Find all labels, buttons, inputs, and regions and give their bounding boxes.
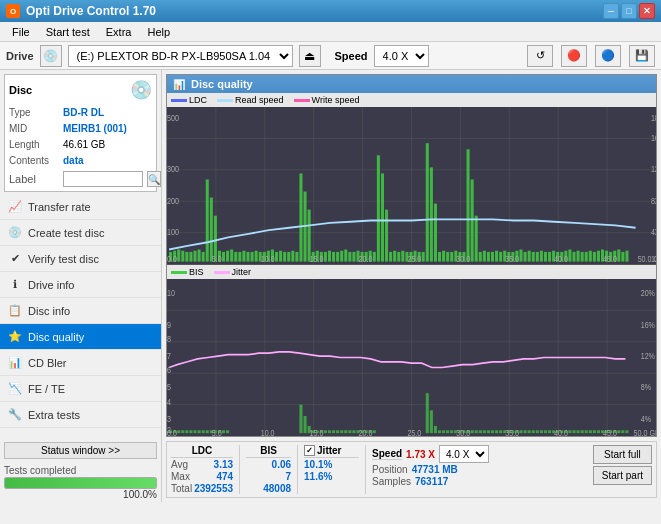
sidebar-label-disc-info: Disc info [28,305,70,317]
toolbar-btn-3[interactable]: 🔵 [595,45,621,67]
right-panel: 📊 Disc quality LDC [162,70,661,502]
speed-dropdown[interactable]: 4.0 X [439,445,489,463]
svg-rect-245 [625,430,628,433]
svg-rect-18 [185,252,188,262]
svg-rect-102 [528,251,531,262]
sidebar-item-create-test-disc[interactable]: 💿 Create test disc [0,220,161,246]
sidebar-item-transfer-rate[interactable]: 📈 Transfer rate [0,194,161,220]
sidebar-label-cd-bler: CD Bler [28,357,67,369]
bis-max-row: 7 [246,471,291,482]
toolbar-btn-2[interactable]: 🔴 [561,45,587,67]
svg-text:50.0 GB: 50.0 GB [634,427,656,436]
stats-bis-col: BIS 0.06 7 48008 [246,445,291,494]
progress-area: Tests completed 100.0% [4,465,157,500]
bottom-legend: BIS Jitter [167,265,656,279]
speed-header-row: Speed 1.73 X 4.0 X [372,445,489,463]
status-window-btn[interactable]: Status window >> [4,442,157,459]
samples-val: 763117 [415,476,448,487]
drive-icon-btn[interactable]: 💿 [40,45,62,67]
jitter-header: Jitter [317,445,341,456]
toolbar-btn-save[interactable]: 💾 [629,45,655,67]
svg-rect-164 [177,430,180,433]
chart-title-bar: 📊 Disc quality [167,75,656,93]
sidebar-item-fe-te[interactable]: 📉 FE / TE [0,376,161,402]
type-label: Type [9,105,59,121]
svg-text:10.0: 10.0 [261,254,275,264]
sidebar-item-cd-bler[interactable]: 📊 CD Bler [0,350,161,376]
svg-rect-57 [344,250,347,262]
extra-tests-icon: 🔧 [8,408,22,422]
legend-read-speed: Read speed [217,95,284,105]
action-buttons: Start full Start part [593,445,652,485]
svg-text:16%: 16% [641,318,655,330]
svg-text:20%: 20% [641,287,655,299]
sidebar-item-disc-quality[interactable]: ⭐ Disc quality [0,324,161,350]
sidebar-label-drive-info: Drive info [28,279,74,291]
close-button[interactable]: ✕ [639,3,655,19]
jitter-max-val: 11.6% [304,471,359,482]
svg-rect-16 [177,250,180,262]
svg-rect-55 [336,252,339,262]
bis-total-row: 48008 [246,483,291,494]
svg-text:0.0: 0.0 [167,427,177,436]
position-row: Position 47731 MB [372,464,489,475]
start-full-button[interactable]: Start full [593,445,652,464]
svg-rect-66 [381,173,384,261]
samples-row: Samples 763117 [372,476,489,487]
bis-color [171,271,187,274]
speed-select-drive[interactable]: 4.0 X [374,45,429,67]
menu-start-test[interactable]: Start test [38,24,98,40]
legend-bis: BIS [171,267,204,277]
max-label-ldc: Max [171,471,190,482]
sidebar-item-extra-tests[interactable]: 🔧 Extra tests [0,402,161,428]
svg-rect-214 [499,430,502,433]
svg-rect-29 [230,250,233,262]
svg-rect-70 [397,252,400,262]
sidebar-label-create-test-disc: Create test disc [28,227,104,239]
drive-select[interactable]: (E:) PLEXTOR BD-R PX-LB950SA 1.04 [68,45,293,67]
legend-jitter: Jitter [214,267,252,277]
jitter-checkbox[interactable]: ✓ [304,445,315,456]
toolbar-btn-1[interactable]: ↺ [527,45,553,67]
legend-write-speed: Write speed [294,95,360,105]
transfer-rate-icon: 📈 [8,200,22,214]
svg-rect-185 [332,430,335,433]
svg-text:8%: 8% [641,381,652,393]
menu-help[interactable]: Help [139,24,178,40]
svg-rect-168 [193,430,196,433]
svg-rect-20 [193,251,196,262]
menu-extra[interactable]: Extra [98,24,140,40]
label-search-btn[interactable]: 🔍 [147,171,161,187]
ldc-color [171,99,187,102]
svg-rect-175 [222,430,225,433]
sidebar-item-verify-test-disc[interactable]: ✔ Verify test disc [0,246,161,272]
eject-button[interactable]: ⏏ [299,45,321,67]
menu-file[interactable]: File [4,24,38,40]
svg-rect-233 [577,430,580,433]
sidebar-item-disc-info[interactable]: 📋 Disc info [0,298,161,324]
svg-rect-165 [181,430,184,433]
start-part-button[interactable]: Start part [593,466,652,485]
svg-text:8: 8 [167,333,171,345]
divider-1 [239,445,240,494]
titlebar-controls[interactable]: ─ □ ✕ [603,3,655,19]
label-input[interactable] [63,171,143,187]
svg-rect-184 [328,430,331,433]
disc-panel: Disc 💿 Type BD-R DL MID MEIRB1 (001) Len… [4,74,157,192]
svg-text:6: 6 [167,364,171,376]
sidebar-item-drive-info[interactable]: ℹ Drive info [0,272,161,298]
minimize-button[interactable]: ─ [603,3,619,19]
svg-rect-82 [446,252,449,262]
samples-label: Samples [372,476,411,487]
svg-rect-100 [519,250,522,262]
speed-label: Speed [335,50,368,62]
svg-rect-186 [336,430,339,433]
maximize-button[interactable]: □ [621,3,637,19]
svg-rect-219 [519,430,522,433]
svg-rect-231 [568,430,571,433]
disc-quality-icon: ⭐ [8,330,22,344]
disc-header: Disc 💿 [9,79,152,101]
titlebar-left: O Opti Drive Control 1.70 [6,4,156,18]
svg-rect-176 [226,430,229,433]
length-label: Length [9,137,59,153]
